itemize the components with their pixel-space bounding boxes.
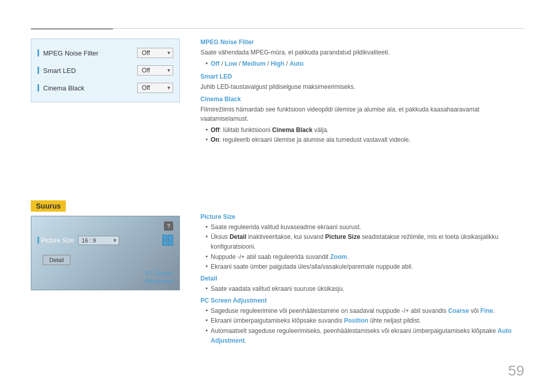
ps-bullet-3: Nuppude -/+ abil saab reguleerida suvand… (206, 252, 524, 262)
opt-high: High (271, 60, 285, 67)
smart-led-select[interactable]: OffLow (137, 65, 173, 76)
cinema-black-bullet-list: Off: lülitab funktsiooni Cinema Black vä… (200, 125, 524, 145)
setting-row-mpeg: MPEG Noise Filter OffLowMediumHighAuto ▼ (38, 44, 173, 62)
cb-on-label: On (211, 136, 219, 143)
opt-low: Low (225, 60, 237, 67)
detail-button[interactable]: Detail (43, 255, 70, 265)
pc-screen-section-title: PC Screen Adjustment (200, 297, 524, 304)
cb-cinema-black-ref: Cinema Black (272, 126, 312, 134)
cinema-black-bullet-on: On: reguleerib ekraani ülemise ja alumis… (206, 135, 524, 145)
mpeg-select[interactable]: OffLowMediumHighAuto (137, 48, 173, 58)
page-container: MPEG Noise Filter OffLowMediumHighAuto ▼… (0, 0, 555, 392)
bottom-content-area: Picture Size Saate reguleerida valitud k… (200, 213, 524, 348)
smart-led-select-wrapper[interactable]: OffLow ▼ (137, 65, 173, 76)
ps-zoom-ref: Zoom (330, 253, 347, 260)
detail-btn-row: Detail (38, 250, 173, 265)
picture-size-select[interactable]: 16 : 9 4 : 3 Wide Fit Screen Fit (78, 236, 119, 245)
opt-medium: Medium (242, 60, 265, 67)
smart-led-section-text: Juhib LED-taustavalgust pildiselguse mak… (200, 82, 524, 91)
page-number: 59 (508, 363, 524, 379)
pc-bullet-1: Sageduse reguleerimine või peenhäälestam… (206, 306, 524, 316)
suurus-label: Suurus (31, 200, 66, 212)
question-mark-icon[interactable]: ? (164, 221, 173, 231)
ps-detail-ref: Detail (230, 233, 247, 240)
setting-row-cinema-black: Cinema Black OffOn ▼ (38, 79, 173, 97)
ps-picturesize-ref: Picture Size (325, 233, 360, 240)
position-ref: Position (344, 317, 368, 324)
mpeg-section: MPEG Noise Filter Saate vähendada MPEG-m… (200, 39, 524, 69)
pc-screen-section: PC Screen Adjustment Sageduse reguleerim… (200, 297, 524, 346)
cb-off-label: Off (211, 126, 219, 134)
smart-led-label: Smart LED (38, 67, 76, 74)
opt-off: Off (211, 60, 219, 67)
picture-size-section: Picture Size Saate reguleerida valitud k… (200, 213, 524, 272)
cinema-black-select-wrapper[interactable]: OffOn ▼ (137, 83, 173, 93)
cinema-black-section: Cinema Black Filmirežiimis hämardab see … (200, 96, 524, 145)
pc-screen-line1: PC Screen (146, 270, 173, 276)
fine-ref: Fine (480, 307, 493, 314)
picture-row: Picture Size 16 : 9 4 : 3 Wide Fit Scree… (38, 235, 173, 246)
picture-box-header: ? (38, 221, 173, 231)
picture-size-bullet-list: Saate reguleerida valitud kuvaseadme ekr… (200, 222, 524, 272)
right-content-area: MPEG Noise Filter Saate vähendada MPEG-m… (200, 39, 524, 147)
settings-box: MPEG Noise Filter OffLowMediumHighAuto ▼… (31, 39, 180, 102)
mpeg-section-title: MPEG Noise Filter (200, 39, 524, 46)
mpeg-bullet-list: Off / Low / Medium / High / Auto (200, 59, 524, 69)
pc-screen-text: PC Screen Adjustment (145, 270, 173, 285)
setting-row-smart-led: Smart LED OffLow ▼ (38, 62, 173, 79)
auto-adj-ref: AutoAdjustment (211, 327, 512, 344)
pc-bullet-3: Automaatselt sageduse reguleerimiseks, p… (206, 326, 524, 346)
mpeg-label: MPEG Noise Filter (38, 49, 99, 57)
cinema-black-bullet-off: Off: lülitab funktsiooni Cinema Black vä… (206, 125, 524, 135)
mpeg-bullet-options: Off / Low / Medium / High / Auto (206, 59, 524, 69)
detail-section-title: Detail (200, 275, 524, 282)
pc-screen-bullet-list: Sageduse reguleerimine või peenhäälestam… (200, 306, 524, 346)
detail-bullet-1: Saate vaadata valitud ekraani suuruse ük… (206, 284, 524, 294)
picture-size-label: Picture Size (38, 237, 74, 244)
cinema-black-section-text: Filmirežiimis hämardab see funktsioon vi… (200, 105, 524, 123)
coarse-ref: Coarse (448, 307, 469, 314)
mpeg-section-text: Saate vähendada MPEG-müra, et pakkuda pa… (200, 48, 524, 57)
smart-led-section-title: Smart LED (200, 73, 524, 80)
detail-bullet-list: Saate vaadata valitud ekraani suuruse ük… (200, 284, 524, 294)
ps-bullet-1: Saate reguleerida valitud kuvaseadme ekr… (206, 222, 524, 232)
ps-bullet-4: Ekraani saate ümber paigutada üles/alla/… (206, 262, 524, 272)
top-line (31, 28, 524, 29)
pc-screen-line2: Adjustment (145, 278, 173, 284)
picture-size-box: ? Picture Size 16 : 9 4 : 3 Wide Fit Scr… (31, 216, 180, 290)
opt-auto: Auto (289, 60, 303, 67)
detail-section: Detail Saate vaadata valitud ekraani suu… (200, 275, 524, 294)
ps-bullet-2: Üksus Detail inaktiveeritakse, kui suvan… (206, 232, 524, 252)
cinema-black-label: Cinema Black (38, 84, 84, 92)
smart-led-section: Smart LED Juhib LED-taustavalgust pildis… (200, 73, 524, 91)
mpeg-select-wrapper[interactable]: OffLowMediumHighAuto ▼ (137, 48, 173, 58)
pc-bullet-2: Ekraani ümberpaigutamiseks klõpsake suva… (206, 316, 524, 326)
picture-size-section-title: Picture Size (200, 213, 524, 220)
cinema-black-section-title: Cinema Black (200, 96, 524, 103)
sep3: / (267, 60, 271, 67)
cinema-black-select[interactable]: OffOn (137, 83, 173, 93)
picture-size-select-wrapper[interactable]: 16 : 9 4 : 3 Wide Fit Screen Fit ▼ (78, 236, 119, 245)
grid-icon (162, 235, 173, 246)
